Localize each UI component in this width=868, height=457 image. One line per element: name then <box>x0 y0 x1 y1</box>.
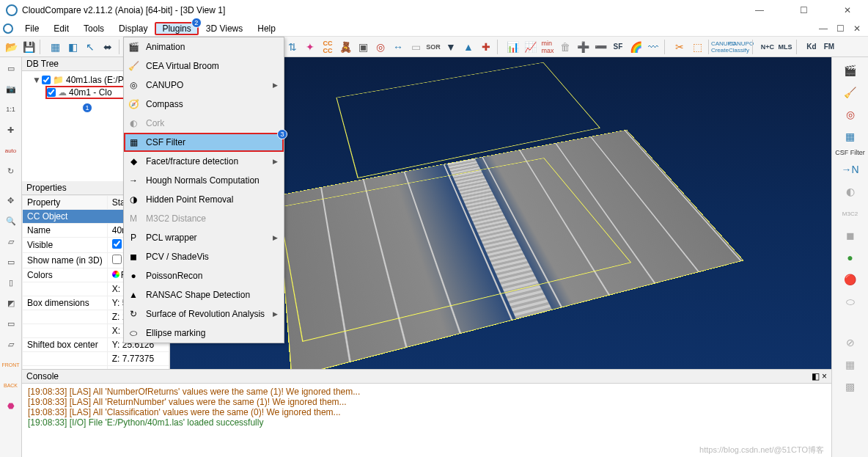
plugin-item-ransac-shape-detection[interactable]: ▲RANSAC Shape Detection <box>124 285 284 304</box>
plugin-item-pcl-wrapper[interactable]: PPCL wrapper▶ <box>124 228 284 247</box>
m3c2-icon[interactable]: M3C2 <box>842 205 859 222</box>
plugin-item-csf-filter[interactable]: ▦CSF Filter3 <box>124 133 284 152</box>
open-icon[interactable]: 📂 <box>3 39 19 55</box>
mdi-close-button[interactable]: ✕ <box>853 23 861 34</box>
hpr-icon[interactable]: ◐ <box>842 183 859 200</box>
edl-icon[interactable]: ▦ <box>842 356 859 373</box>
normals-icon[interactable]: →N <box>842 161 859 178</box>
move-icon[interactable]: ✥ <box>3 192 19 208</box>
fit-icon[interactable]: ◎ <box>372 39 389 55</box>
min-icon[interactable]: minmax <box>540 39 556 55</box>
box-front-icon[interactable]: ▭ <box>3 254 19 270</box>
view-iso-icon[interactable]: ◧ <box>65 39 81 55</box>
plugin-item-hough-normals-computation[interactable]: →Hough Normals Computation <box>124 171 284 190</box>
box-top-icon[interactable]: ▱ <box>3 233 19 249</box>
pick-icon[interactable]: ↖ <box>82 39 98 55</box>
cc-icon[interactable]: CCCC <box>320 39 336 55</box>
poisson-icon[interactable]: ● <box>842 249 859 266</box>
level-icon[interactable]: ⬌ <box>100 39 116 55</box>
nc-icon[interactable]: N+C <box>760 39 776 55</box>
maximize-button[interactable]: ☐ <box>789 5 818 15</box>
menu-3dviews[interactable]: 3D Views <box>199 22 250 35</box>
minimize-button[interactable]: — <box>745 5 774 15</box>
plugin-item-hidden-point-removal[interactable]: ◑Hidden Point Removal <box>124 190 284 209</box>
pcv-icon[interactable]: ◼ <box>842 227 859 244</box>
menu-tools[interactable]: Tools <box>76 22 111 35</box>
box-back-icon[interactable]: ▭ <box>3 315 19 332</box>
view-top-icon[interactable]: ▦ <box>47 39 63 55</box>
mdi-minimize-button[interactable]: — <box>819 23 828 34</box>
console-float-icon[interactable]: ◧ <box>812 371 820 381</box>
kd-icon[interactable]: Kd <box>803 39 820 55</box>
histogram-icon[interactable]: 📊 <box>504 39 521 55</box>
save-icon[interactable]: 💾 <box>21 39 37 55</box>
ransac-icon[interactable]: 🔴 <box>842 271 859 288</box>
wave-icon[interactable]: 〰 <box>645 39 661 55</box>
back-label-icon[interactable]: BACK <box>3 377 19 393</box>
plugin-item-pcv-shadevis[interactable]: ◼PCV / ShadeVis <box>124 247 284 266</box>
broom-icon[interactable]: 🧹 <box>842 84 859 101</box>
menu-plugins[interactable]: Plugins 2 <box>155 22 198 35</box>
sf-label-icon[interactable]: SF <box>610 39 626 55</box>
sor-icon[interactable]: SOR <box>425 39 441 55</box>
mls-icon[interactable]: MLS <box>777 39 793 55</box>
camera-icon[interactable]: 📷 <box>3 81 19 97</box>
close-button[interactable]: ✕ <box>833 5 862 15</box>
auto-icon[interactable]: auto <box>3 142 19 158</box>
plus-icon[interactable]: ➕ <box>575 39 591 55</box>
trash-icon[interactable]: 🗑 <box>557 39 573 55</box>
menu-edit[interactable]: Edit <box>46 22 76 35</box>
gradient-icon[interactable]: 🌈 <box>628 39 644 55</box>
plugin-item-animation[interactable]: 🎬Animation <box>124 37 284 56</box>
menu-display[interactable]: Display <box>111 22 155 35</box>
rotate-lock-icon[interactable]: ↻ <box>3 163 19 179</box>
box-bottom-icon[interactable]: ▱ <box>3 336 19 352</box>
gl-icon[interactable]: ⊘ <box>842 334 859 351</box>
prop-checkbox[interactable] <box>112 239 122 249</box>
segment-icon[interactable]: ✂ <box>672 39 688 55</box>
mdi-restore-button[interactable]: ☐ <box>836 23 845 34</box>
canupo2-icon[interactable]: CANUPOClassify <box>733 39 749 55</box>
front-label-icon[interactable]: FRONT <box>3 357 19 373</box>
cross-icon[interactable]: ✚ <box>478 39 494 55</box>
palette-icon[interactable]: ⬣ <box>3 398 19 414</box>
cross-tool-icon[interactable]: ✚ <box>3 122 19 138</box>
view-front-icon[interactable]: ▭ <box>3 60 19 76</box>
plugin-item-poissonrecon[interactable]: ●PoissonRecon <box>124 266 284 285</box>
film-icon[interactable]: 🎬 <box>842 62 859 79</box>
label-icon[interactable]: ▭ <box>408 39 424 55</box>
console-close-icon[interactable]: × <box>822 371 827 381</box>
crop-icon[interactable]: ⬚ <box>689 39 705 55</box>
scale-icon[interactable]: 1:1 <box>3 101 19 117</box>
plugin-item-canupo[interactable]: ◎CANUPO▶ <box>124 76 284 95</box>
zoom-icon[interactable]: 🔍 <box>3 213 19 229</box>
fm-icon[interactable]: FM <box>821 39 837 55</box>
tree-file-checkbox[interactable] <box>42 76 51 84</box>
mesh-icon[interactable]: ▲ <box>460 39 477 55</box>
register-icon[interactable]: ⇅ <box>284 39 301 55</box>
plugin-item-facet-fracture-detection[interactable]: ◆Facet/fracture detection▶ <box>124 152 284 171</box>
dist-icon[interactable]: ↔ <box>390 39 406 55</box>
bear-icon[interactable]: 🧸 <box>337 39 353 55</box>
box-side-icon[interactable]: ▯ <box>3 274 19 290</box>
tree-expand-icon[interactable]: ▼ <box>32 75 40 85</box>
target-icon[interactable]: ◎ <box>842 106 859 123</box>
plot-icon[interactable]: 📈 <box>522 39 538 55</box>
plugin-item-cea-virtual-broom[interactable]: 🧹CEA Virtual Broom <box>124 56 284 76</box>
cube-icon[interactable]: ▣ <box>355 39 371 55</box>
plugin-icon: ▦ <box>127 136 140 149</box>
menu-help[interactable]: Help <box>250 22 283 35</box>
prop-checkbox[interactable] <box>112 255 122 264</box>
ssao-icon[interactable]: ▩ <box>842 378 859 395</box>
plugin-item-compass[interactable]: 🧭Compass <box>124 95 284 114</box>
plugin-item-ellipse-marking[interactable]: ⬭Ellipse marking <box>124 323 284 343</box>
box-iso-icon[interactable]: ◩ <box>3 295 19 311</box>
csf-filter-icon[interactable]: ▦ <box>842 128 859 145</box>
ellipse-icon[interactable]: ⬭ <box>842 293 859 310</box>
minus-icon[interactable]: ➖ <box>592 39 608 55</box>
align-icon[interactable]: ✦ <box>302 39 318 55</box>
tree-cloud-checkbox[interactable] <box>47 88 56 97</box>
menu-file[interactable]: File <box>18 22 46 35</box>
filter-icon[interactable]: ▼ <box>443 39 459 55</box>
plugin-item-surface-of-revolution-analysis[interactable]: ↻Surface of Revolution Analysis▶ <box>124 304 284 323</box>
